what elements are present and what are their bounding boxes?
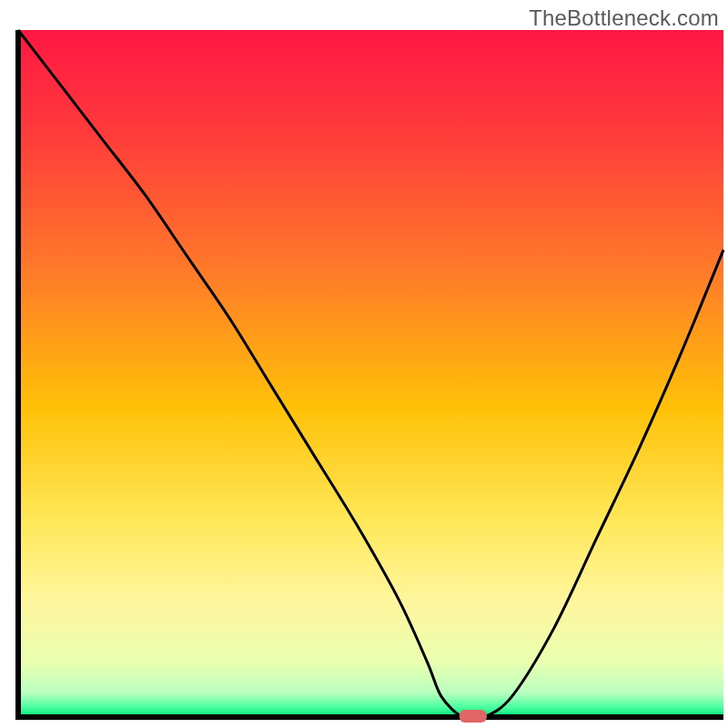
watermark-text: TheBottleneck.com [529, 5, 719, 31]
plot-gradient-bg [18, 30, 723, 717]
optimal-marker [460, 710, 487, 723]
chart-container: TheBottleneck.com [0, 0, 728, 728]
bottleneck-chart [0, 0, 728, 728]
